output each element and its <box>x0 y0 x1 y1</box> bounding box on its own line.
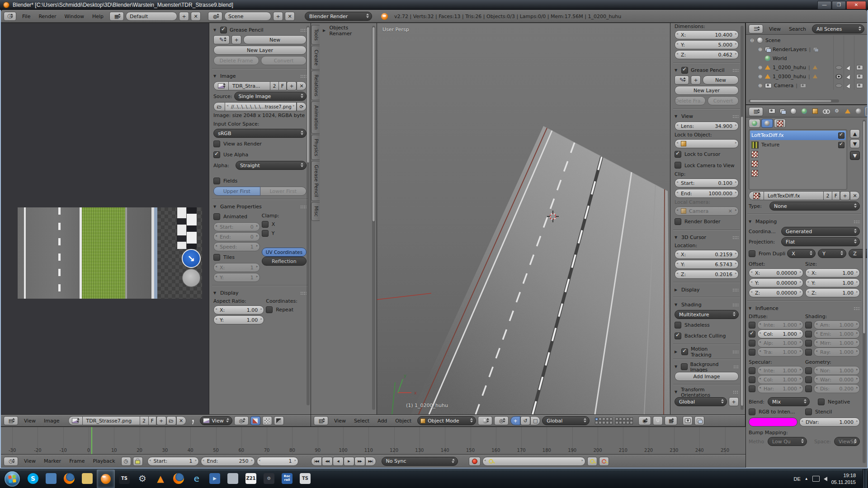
taskbar-icon-train-simulator[interactable]: TS <box>116 469 133 488</box>
outliner-filter-select[interactable]: All Scenes <box>812 24 864 33</box>
view3d-menu-object[interactable]: Object <box>391 418 415 424</box>
outliner-item-1_0200_huhu[interactable]: ⊕1_0200_huhu| <box>748 63 864 72</box>
influence-value-field[interactable]: War:0.000 <box>814 375 860 384</box>
texture-datablock-icon[interactable] <box>749 191 764 200</box>
motion-tracking-checkbox[interactable] <box>681 348 688 355</box>
insert-keyframe-icon[interactable] <box>587 457 597 466</box>
blend-select[interactable]: Mix <box>768 397 810 406</box>
bump-space-select[interactable]: ViewSp <box>834 437 860 446</box>
number-field-y[interactable]: Y:1.00 <box>213 315 264 324</box>
layer-toggle[interactable] <box>602 418 605 421</box>
influence-checkbox[interactable] <box>749 340 755 347</box>
panel-drag-dots[interactable] <box>300 75 307 78</box>
influence-checkbox[interactable] <box>749 322 755 328</box>
minimize-button[interactable]: — <box>817 1 831 9</box>
grease-pencil-add-icon[interactable]: + <box>231 35 241 44</box>
frame-end-field[interactable]: End:250 <box>201 457 255 466</box>
animated-checkbox[interactable]: Animated <box>213 212 260 221</box>
delete-layout-button[interactable]: ✕ <box>191 12 201 21</box>
rgb-to-intensity-checkbox[interactable]: RGB to Inten... <box>749 408 803 415</box>
reflection-button[interactable]: Reflection <box>262 257 307 266</box>
influence-value-field[interactable]: Col:1.000 <box>757 329 803 338</box>
tool-shelf-tab-tools[interactable]: Tools <box>311 25 320 45</box>
convert-button[interactable]: Convert <box>261 56 307 65</box>
panel-drag-dots[interactable] <box>854 220 860 224</box>
texture-slot-texture[interactable]: Texture <box>750 140 846 150</box>
pivot-icon[interactable]: ◎ <box>234 416 249 425</box>
transform-orientations-panel-header[interactable]: ▼Transform Orientations <box>675 388 739 396</box>
texture-slot[interactable] <box>750 159 846 169</box>
start-button[interactable] <box>5 471 20 487</box>
colorspace-select[interactable]: sRGB <box>213 129 307 138</box>
snap-element-icon[interactable]: ▦ <box>665 416 677 425</box>
render-camera-icon[interactable] <box>856 65 863 70</box>
image-menu-image[interactable]: Image <box>40 418 63 424</box>
outliner-menu-search[interactable]: Search <box>785 26 810 32</box>
image-editor-canvas[interactable]: ↘ <box>1 23 209 414</box>
number-field-y[interactable]: Y:1 <box>213 273 260 282</box>
layer-toggle[interactable] <box>623 418 626 421</box>
current-frame-field[interactable]: 1 <box>257 457 298 466</box>
view3d-menu-view[interactable]: View <box>330 418 350 424</box>
play-button[interactable]: ▶ <box>344 457 354 466</box>
layer-toggle[interactable] <box>609 421 613 424</box>
texture-slot[interactable] <box>750 169 846 178</box>
timeline-menu-marker[interactable]: Marker <box>40 458 65 464</box>
axis-select-x[interactable]: X <box>787 249 816 258</box>
layer-buttons[interactable] <box>595 418 633 424</box>
tiles-checkbox[interactable]: Tiles <box>213 253 260 262</box>
uv-coordinates-button[interactable]: UV Coordinates <box>262 248 307 257</box>
tool-shelf-tab-animation[interactable]: Animation <box>311 101 320 134</box>
object-icon[interactable] <box>810 107 820 116</box>
new-layer-button[interactable]: New Layer <box>675 86 739 95</box>
cursor-arrow-icon[interactable] <box>846 83 851 88</box>
layer-toggle[interactable] <box>609 418 613 421</box>
texture-slot-lofttexdiff.fx[interactable]: LoftTexDiff.fx <box>750 131 846 140</box>
slot-specials-menu-button[interactable]: ▼ <box>850 151 860 160</box>
taskbar-icon-folder-app[interactable] <box>79 469 96 488</box>
show-desktop-button[interactable] <box>863 469 867 488</box>
play-reverse-button[interactable]: ◀ <box>333 457 344 466</box>
close-button[interactable]: ✕ <box>846 1 866 9</box>
stencil-checkbox[interactable]: Stencil <box>805 408 860 415</box>
grease-pencil-data-icon[interactable]: ✎ <box>675 75 689 84</box>
image-name-field[interactable]: TDR_Strasse7.png <box>83 416 140 425</box>
taskbar-icon-z21[interactable]: Z21 <box>242 469 259 488</box>
lock-camera-checkbox[interactable]: Lock Camera to View <box>675 160 739 170</box>
delete-frame-button[interactable]: Delete Fra... <box>675 96 706 105</box>
number-field-end[interactable]: End:0 <box>213 232 260 241</box>
grease-pencil-new-button[interactable]: New <box>243 35 307 44</box>
draw-zbuffer-toggle[interactable] <box>274 416 284 425</box>
view-panel-header[interactable]: ▼View <box>675 113 739 120</box>
panel-drag-dots[interactable] <box>300 205 307 209</box>
screen-layout-icon[interactable]: ▦ <box>109 12 124 21</box>
cursor-arrow-icon[interactable] <box>846 74 851 79</box>
timeline-menu-playback[interactable]: Playback <box>89 458 119 464</box>
delete-scene-button[interactable]: ✕ <box>285 12 295 21</box>
objects-renamer-panel-header[interactable]: ▶Objects Renamer <box>323 27 370 34</box>
grease-pencil-new-button[interactable]: New <box>703 75 739 84</box>
alpha-select[interactable]: Straight <box>236 161 307 170</box>
expander-icon[interactable]: ⊕ <box>758 74 763 80</box>
influence-value-field[interactable]: Mirr:1.000 <box>814 338 860 347</box>
frame-start-field[interactable]: Start:1 <box>147 457 199 466</box>
influence-value-field[interactable]: Tra:1.000 <box>757 347 803 357</box>
snap-magnet-icon[interactable]: ∩ <box>653 416 663 425</box>
render-camera-icon[interactable] <box>856 83 863 88</box>
visibility-cell[interactable] <box>833 63 844 72</box>
modifiers-icon[interactable]: ⚙ <box>832 107 842 116</box>
image-filepath-field[interactable]: //..\..\..\..\..\..\...trasse7.png <box>225 102 297 111</box>
texture-slot[interactable] <box>750 150 846 159</box>
panel-drag-dots[interactable] <box>300 28 307 32</box>
keying-set-field[interactable] <box>482 457 585 466</box>
mode-select[interactable]: Object Mode <box>417 416 476 425</box>
pivot-point-icon[interactable]: ◎ <box>494 416 509 425</box>
other-texture-tab[interactable] <box>774 119 786 128</box>
clip-end-field[interactable]: End:1000.000 <box>675 189 739 198</box>
number-field-y[interactable]: Y:5.000 <box>675 40 739 49</box>
influence-value-field[interactable]: Inte:1.000 <box>757 366 803 375</box>
tool-shelf-tab-misc[interactable]: Misc <box>311 202 320 221</box>
tool-shelf-tab-physics[interactable]: Physics <box>311 135 320 160</box>
layer-toggle[interactable] <box>623 421 626 424</box>
shading-panel-header[interactable]: ▼Shading <box>675 301 739 309</box>
